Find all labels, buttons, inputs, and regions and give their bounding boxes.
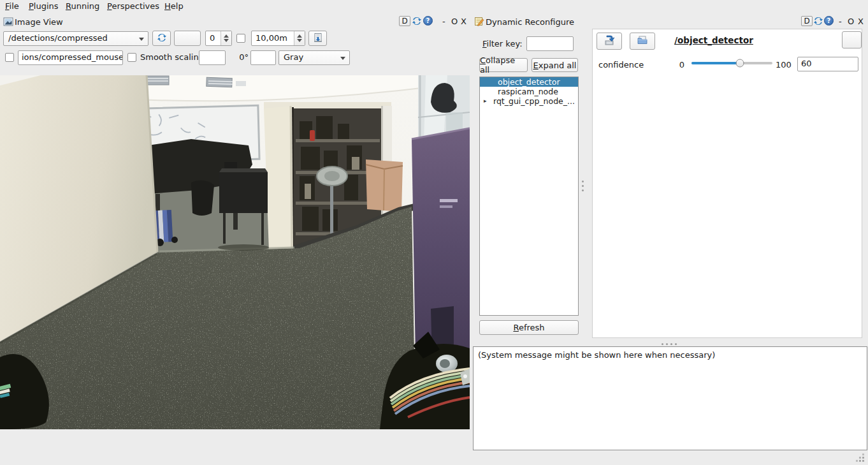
rqt-window: File Plugins Running Perspectives Help I… — [0, 0, 868, 465]
param-max-label: 100 — [776, 60, 792, 70]
window-resize-grip[interactable] — [855, 453, 864, 462]
tree-item-raspicam-node[interactable]: raspicam_node — [480, 87, 578, 96]
slider-handle[interactable] — [736, 59, 744, 68]
image-view-restore-button[interactable]: O — [451, 17, 458, 26]
param-name-label: confidence — [598, 60, 644, 70]
menu-file[interactable]: File — [5, 1, 19, 11]
image-view-reload-icon[interactable] — [412, 16, 422, 26]
image-view-title: Image View — [15, 17, 63, 27]
max-range-value: 10,00m — [256, 33, 287, 43]
menu-help[interactable]: Help — [164, 1, 184, 11]
spin-down-icon[interactable] — [297, 39, 302, 42]
rotation-field[interactable] — [250, 50, 276, 65]
tree-item-object-detector[interactable]: object_detector — [480, 77, 578, 87]
image-topic-value: /detections/compressed — [8, 33, 108, 43]
confidence-value: 60 — [801, 59, 812, 68]
import-icon — [604, 34, 615, 48]
dr-close-button[interactable]: X — [858, 17, 864, 26]
menu-running[interactable]: Running — [66, 1, 99, 11]
camera-image — [0, 75, 470, 429]
colormap-value: Gray — [284, 52, 303, 62]
zoom-spinbox[interactable]: 0 — [205, 31, 232, 46]
folder-icon — [637, 34, 648, 48]
spin-arrows[interactable] — [221, 31, 231, 45]
expander-icon[interactable] — [484, 96, 487, 106]
mouse-topic-field[interactable]: ions/compressed_mouse_left — [18, 50, 123, 65]
chevron-down-icon — [139, 38, 144, 41]
dynamic-reconfigure-icon — [474, 16, 484, 26]
parameter-panel — [592, 29, 862, 338]
image-view-close-button[interactable]: X — [461, 17, 467, 26]
menu-bar: File Plugins Running Perspectives Help — [0, 0, 868, 13]
menu-perspectives[interactable]: Perspectives — [107, 1, 159, 11]
confidence-value-input[interactable]: 60 — [797, 57, 858, 71]
spin-up-icon[interactable] — [297, 34, 302, 38]
open-door — [264, 106, 293, 251]
image-view-minimize-button[interactable]: - — [442, 17, 445, 26]
load-parameters-button[interactable] — [597, 33, 622, 50]
spin-arrows[interactable] — [294, 31, 305, 45]
expand-all-button[interactable]: Expand all — [532, 58, 578, 72]
panel-extra-button[interactable] — [842, 31, 862, 48]
collapse-all-button[interactable]: Collapse all — [479, 58, 528, 72]
save-image-button[interactable] — [308, 31, 327, 46]
vertical-splitter-handle[interactable] — [582, 181, 584, 195]
dr-reload-icon[interactable] — [813, 16, 823, 26]
image-view-detach-button[interactable]: D — [399, 16, 410, 26]
filter-key-input[interactable] — [526, 36, 574, 51]
rotation-label: 0° — [235, 52, 249, 62]
horizontal-splitter-handle[interactable] — [662, 343, 678, 346]
dr-restore-button[interactable]: O — [848, 17, 854, 26]
max-range-spinbox[interactable]: 10,00m — [251, 31, 305, 46]
spin-up-icon[interactable] — [224, 34, 229, 38]
dr-help-icon[interactable]: ? — [824, 16, 834, 26]
confidence-slider[interactable] — [691, 57, 772, 69]
param-min-label: 0 — [674, 60, 684, 70]
save-image-icon — [313, 33, 323, 45]
expand-all-label: Expand all — [533, 61, 577, 70]
dynamic-range-checkbox[interactable] — [236, 34, 245, 43]
colormap-select[interactable]: Gray — [278, 50, 350, 65]
system-message-text: (System message might be shown here when… — [478, 350, 715, 360]
image-view-icon — [3, 17, 13, 27]
zoom-spinbox-value: 0 — [210, 33, 215, 43]
image-topic-select[interactable]: /detections/compressed — [3, 31, 148, 46]
refresh-label: Refresh — [513, 323, 544, 332]
dr-minimize-button[interactable]: - — [839, 17, 842, 26]
fire-extinguisher — [310, 130, 315, 141]
dr-detach-button[interactable]: D — [801, 16, 813, 26]
purple-banner — [412, 128, 470, 358]
mouse-topic-value: ions/compressed_mouse_left — [22, 52, 123, 62]
slider-fill — [691, 62, 740, 64]
publish-mouse-checkbox[interactable] — [5, 53, 14, 62]
menu-plugins[interactable]: Plugins — [29, 1, 59, 11]
chevron-down-icon — [340, 57, 345, 60]
smooth-scaling-label: Smooth scaling — [140, 52, 204, 62]
system-message-box[interactable]: (System message might be shown here when… — [473, 346, 867, 450]
refresh-topics-button[interactable] — [152, 31, 171, 46]
empty-tool-button[interactable] — [174, 31, 201, 46]
image-view-help-icon[interactable]: ? — [423, 16, 433, 26]
node-title: /object_detector — [650, 35, 778, 45]
smooth-scaling-checkbox[interactable] — [127, 53, 136, 62]
tree-item-rqt-gui-cpp-node[interactable]: rqt_gui_cpp_node_... — [480, 96, 578, 106]
spin-down-icon[interactable] — [224, 39, 229, 42]
refresh-nodes-button[interactable]: Refresh — [479, 320, 579, 335]
tree-item-label: rqt_gui_cpp_node_... — [493, 96, 575, 106]
tree-item-label: raspicam_node — [498, 87, 558, 96]
cardboard-box — [366, 159, 403, 212]
tree-item-label: object_detector — [498, 77, 560, 87]
rotate-field[interactable] — [199, 50, 226, 65]
collapse-all-label: Collapse all — [480, 55, 527, 75]
refresh-icon — [157, 33, 167, 45]
node-tree: object_detector raspicam_node rqt_gui_cp… — [479, 77, 579, 316]
filter-key-label: Filter key: — [482, 39, 523, 48]
dynamic-reconfigure-title: Dynamic Reconfigure — [486, 17, 574, 27]
